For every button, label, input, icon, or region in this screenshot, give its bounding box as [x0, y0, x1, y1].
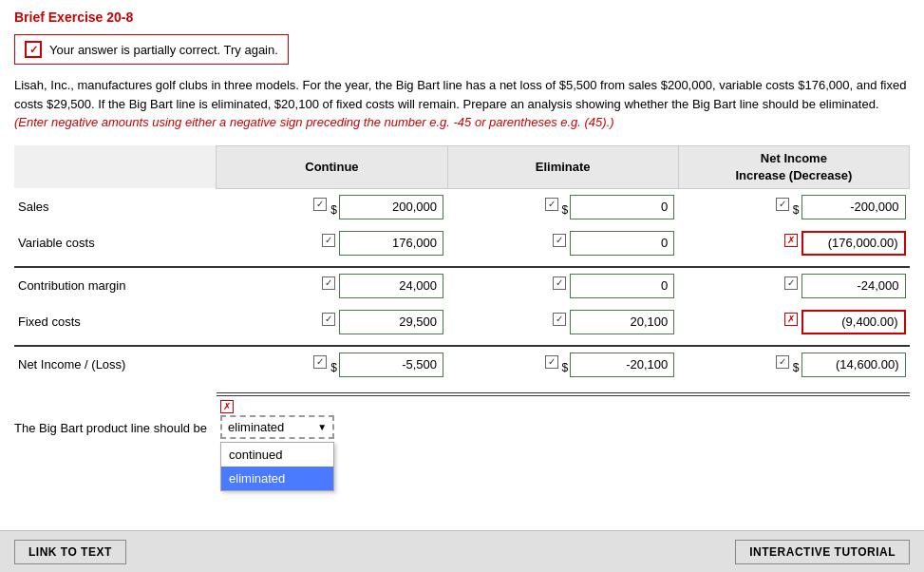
dropdown-error-icon: ✗	[220, 400, 234, 413]
description-text: Lisah, Inc., manufactures golf clubs in …	[14, 78, 906, 111]
check-fixed-eliminate: ✓	[553, 313, 566, 326]
input-contribution-eliminate[interactable]	[570, 274, 674, 298]
dropdown-arrow-icon: ▼	[317, 422, 327, 432]
double-separator-row	[14, 383, 910, 394]
cell-sales-continue: ✓ $	[217, 188, 447, 225]
input-net-eliminate[interactable]	[570, 353, 674, 377]
col-header-eliminate: Eliminate	[447, 145, 678, 188]
input-sales-net[interactable]	[801, 195, 906, 219]
check-sales-net: ✓	[776, 198, 789, 211]
row-label-contribution: Contribution margin	[14, 267, 217, 304]
dropdown-container: ✗ eliminated ▼ continued eliminated	[220, 415, 334, 439]
dropdown-option-eliminated[interactable]: eliminated	[221, 467, 333, 490]
dropdown-menu: continued eliminated	[220, 442, 334, 491]
input-fixed-net[interactable]	[801, 310, 906, 334]
col-header-continue: Continue	[217, 145, 447, 188]
page-title: Brief Exercise 20-8	[14, 10, 910, 25]
check-contribution-continue: ✓	[322, 276, 335, 290]
cell-fixed-continue: ✓	[217, 304, 447, 340]
input-variable-eliminate[interactable]	[570, 231, 674, 256]
check-variable-net: ✗	[784, 234, 798, 247]
cell-contribution-net: ✓	[678, 267, 909, 304]
check-contribution-net: ✓	[784, 276, 798, 290]
row-label-net-income: Net Income / (Loss)	[14, 346, 217, 383]
input-sales-continue[interactable]	[339, 195, 443, 219]
product-line-text: The Big Bart product line should be	[14, 421, 207, 435]
link-to-text-button[interactable]: LINK TO TEXT	[14, 540, 126, 564]
product-line-section: The Big Bart product line should be ✗ el…	[14, 415, 910, 439]
cell-fixed-net: ✗	[678, 304, 909, 340]
check-fixed-continue: ✓	[322, 313, 335, 326]
cell-net-continue: ✓ $	[217, 346, 447, 383]
check-variable-continue: ✓	[322, 234, 335, 247]
check-variable-eliminate: ✓	[553, 234, 566, 247]
footer-bar: LINK TO TEXT INTERACTIVE TUTORIAL	[0, 530, 924, 572]
dollar-sales-continue: $	[330, 203, 337, 219]
table-row: Net Income / (Loss) ✓ $ ✓ $	[14, 346, 910, 383]
cell-net-net: ✓ $	[678, 346, 909, 383]
input-fixed-eliminate[interactable]	[570, 310, 674, 334]
dollar-net-net: $	[793, 361, 800, 377]
cell-variable-eliminate: ✓	[447, 225, 678, 261]
status-text: Your answer is partially correct. Try ag…	[49, 43, 278, 57]
answer-status-box: ✓ Your answer is partially correct. Try …	[14, 34, 289, 65]
input-sales-eliminate[interactable]	[570, 195, 674, 219]
interactive-tutorial-button[interactable]: INTERACTIVE TUTORIAL	[735, 540, 910, 564]
dollar-sales-eliminate: $	[562, 203, 569, 219]
input-variable-continue[interactable]	[339, 231, 443, 256]
input-variable-net[interactable]	[801, 231, 906, 256]
dollar-sales-net: $	[793, 203, 800, 219]
cell-sales-net: ✓ $	[678, 188, 909, 225]
input-net-net[interactable]	[801, 353, 906, 377]
check-sales-eliminate: ✓	[545, 198, 558, 211]
row-label-fixed: Fixed costs	[14, 304, 217, 340]
dropdown-selected-value: eliminated	[228, 420, 284, 434]
table-row: Fixed costs ✓ ✓ ✗	[14, 304, 910, 340]
dropdown-trigger[interactable]: eliminated ▼	[220, 415, 334, 439]
check-net-net: ✓	[776, 355, 789, 369]
table-row: Contribution margin ✓ ✓ ✓	[14, 267, 910, 304]
check-net-eliminate: ✓	[545, 355, 558, 369]
row-label-sales: Sales	[14, 188, 217, 225]
check-contribution-eliminate: ✓	[553, 276, 566, 290]
check-sales-continue: ✓	[313, 198, 327, 211]
description-italic: (Enter negative amounts using either a n…	[14, 115, 614, 129]
description: Lisah, Inc., manufactures golf clubs in …	[14, 76, 910, 132]
cell-contribution-continue: ✓	[217, 267, 447, 304]
col-header-net: Net IncomeIncrease (Decrease)	[678, 145, 909, 188]
cell-variable-net: ✗	[678, 225, 909, 261]
col-header-empty	[14, 145, 217, 188]
cell-variable-continue: ✓	[217, 225, 447, 261]
check-net-continue: ✓	[313, 355, 327, 369]
input-contribution-net[interactable]	[801, 274, 906, 298]
cell-net-eliminate: ✓ $	[447, 346, 678, 383]
cell-contribution-eliminate: ✓	[447, 267, 678, 304]
row-label-variable: Variable costs	[14, 225, 217, 261]
cell-fixed-eliminate: ✓	[447, 304, 678, 340]
dropdown-option-continued[interactable]: continued	[221, 443, 333, 467]
input-contribution-continue[interactable]	[339, 274, 443, 298]
dollar-net-continue: $	[330, 361, 337, 377]
input-net-continue[interactable]	[339, 353, 443, 377]
partial-check-icon: ✓	[25, 41, 42, 58]
input-fixed-continue[interactable]	[339, 310, 443, 334]
analysis-table: Continue Eliminate Net IncomeIncrease (D…	[14, 145, 910, 396]
table-row: Sales ✓ $ ✓ $	[14, 188, 910, 225]
cell-sales-eliminate: ✓ $	[447, 188, 678, 225]
dollar-net-eliminate: $	[562, 361, 569, 377]
check-fixed-net: ✗	[784, 313, 798, 326]
table-row: Variable costs ✓ ✓ ✗	[14, 225, 910, 261]
